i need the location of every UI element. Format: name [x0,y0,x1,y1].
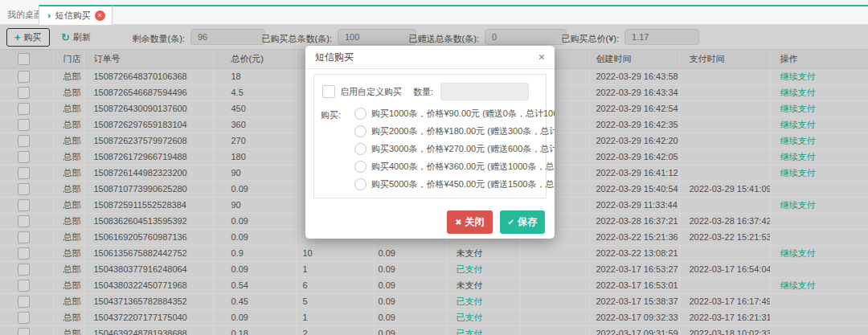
buy-option-label: 购买1000条，价格¥90.00元 (赠送0条，总计1000条) [371,108,555,120]
dialog-footer: ✖ 关闭 ✔ 保存 [305,203,555,239]
radio-button[interactable] [354,108,366,120]
buy-option: 购买5000条，价格¥450.00元 (赠送1500条，总计6500条) [354,178,555,190]
buy-option: 购买3000条，价格¥270.00元 (赠送600条，总计3600条) [354,143,555,155]
buy-option-label: 购买2000条，价格¥180.00元 (赠送300条，总计2300条) [371,125,555,137]
buy-option-label: 购买3000条，价格¥270.00元 (赠送600条，总计3600条) [371,143,555,155]
sms-purchase-dialog: 短信购买 × 启用自定义购买 数量: 购买: 购买1000条，价格¥90.00元… [305,46,555,239]
dialog-save-button[interactable]: ✔ 保存 [500,210,545,234]
tab-close-icon[interactable]: × [95,10,105,21]
x-icon: ✖ [455,219,461,227]
radio-button[interactable] [354,125,366,137]
custom-purchase-checkbox[interactable] [322,85,335,98]
tab-sms-purchase[interactable]: ◑ 短信购买 × [39,5,113,25]
buy-option: 购买2000条，价格¥180.00元 (赠送300条，总计2300条) [354,125,555,137]
custom-purchase-label: 启用自定义购买 [340,86,402,98]
buy-option: 购买4000条，价格¥360.00元 (赠送1000条，总计5000条) [354,161,555,173]
dialog-close-button[interactable]: ✖ 关闭 [447,210,492,234]
buy-options-label: 购买: [321,108,354,196]
buy-option-label: 购买4000条，价格¥360.00元 (赠送1000条，总计5000条) [371,161,555,173]
dialog-close-icon[interactable]: × [538,51,545,63]
radio-button[interactable] [354,178,366,190]
radio-button[interactable] [354,143,366,155]
check-icon: ✔ [508,219,514,227]
radio-button[interactable] [354,161,366,173]
tab-bar: 我的桌面 ◑ 短信购买 × [0,0,868,25]
quantity-input[interactable] [440,83,529,100]
quantity-label: 数量: [413,86,433,98]
buy-option-label: 购买5000条，价格¥450.00元 (赠送1500条，总计6500条) [371,178,555,190]
half-circle-icon: ◑ [46,11,51,20]
tab-label: 短信购买 [55,10,91,22]
dialog-title: 短信购买 [315,51,354,64]
tab-my-desktop[interactable]: 我的桌面 [7,9,43,21]
buy-options-group: 购买1000条，价格¥90.00元 (赠送0条，总计1000条)购买2000条，… [354,108,555,196]
dialog-form-panel: 启用自定义购买 数量: 购买: 购买1000条，价格¥90.00元 (赠送0条，… [313,74,547,198]
tab-accent-line [39,5,868,6]
buy-option: 购买1000条，价格¥90.00元 (赠送0条，总计1000条) [354,108,555,120]
dialog-header: 短信购买 × [305,46,555,69]
